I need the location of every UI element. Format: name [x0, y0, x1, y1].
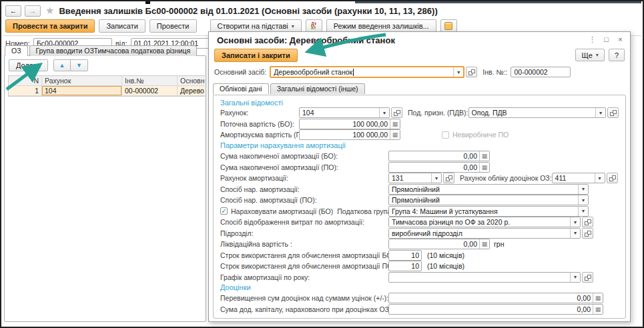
- open-schedule-button[interactable]: [582, 272, 593, 283]
- expense-method-input[interactable]: Тимчасова різниця по ОФ за 2020 р.▾: [388, 217, 581, 227]
- dropdown-button[interactable]: ▾: [570, 229, 580, 238]
- favorite-star-icon[interactable]: ★: [45, 5, 54, 17]
- post-button[interactable]: Провести: [149, 19, 197, 33]
- col-header-n[interactable]: N: [9, 76, 42, 86]
- table-row[interactable]: 1 104 00-000002 Дерево: [9, 86, 205, 96]
- dropdown-button[interactable]: ▾: [595, 108, 605, 117]
- col-header-asset[interactable]: Основн: [178, 76, 205, 86]
- card-icon: [444, 22, 452, 30]
- amort-account-row: Рахунок амортизації: 131▾ Рахунок обліку…: [220, 173, 619, 183]
- department-row: Підрозділ: виробничий підрозділ▾: [220, 228, 619, 239]
- dialog-tab-strip: Облікові дані Загальні відомості (інше): [213, 83, 366, 94]
- balance-entry-mode-button[interactable]: Режим введення залишків...: [326, 19, 436, 33]
- liquidation-input[interactable]: 0,00▦: [388, 239, 490, 249]
- forward-arrow-icon: →: [29, 7, 37, 15]
- calculator-icon[interactable]: ▦: [479, 239, 489, 249]
- calculator-icon[interactable]: ▦: [390, 119, 400, 129]
- term-po-input[interactable]: 10: [388, 261, 422, 271]
- create-based-on-button[interactable]: Створити на підставі▾: [210, 19, 302, 33]
- open-account-button[interactable]: [391, 107, 402, 118]
- account-input[interactable]: 104▾: [299, 107, 390, 118]
- calculator-icon[interactable]: ▦: [479, 163, 489, 172]
- current-value-input[interactable]: 100 000,00▦: [299, 119, 400, 129]
- vat-label: Под. призн. (ПДВ):: [408, 109, 468, 117]
- dropdown-button[interactable]: ▾: [379, 108, 389, 117]
- dropdown-button[interactable]: ▾: [578, 195, 588, 205]
- open-vat-button[interactable]: [607, 107, 619, 118]
- accum-po-input[interactable]: 0,00▦: [388, 162, 490, 173]
- dialog-menu-button[interactable]: ⋮: [587, 34, 598, 45]
- open-asset-button[interactable]: [466, 67, 477, 77]
- nav-forward-button[interactable]: →: [25, 5, 41, 17]
- account-label: Рахунок:: [220, 109, 299, 117]
- accum-bo-input[interactable]: 0,00▦: [388, 151, 490, 161]
- calculator-icon[interactable]: ▦: [390, 130, 400, 139]
- schedule-input[interactable]: ▾: [388, 272, 581, 283]
- save-button[interactable]: Записати: [99, 19, 145, 33]
- cell-n[interactable]: 1: [9, 86, 42, 96]
- more-button[interactable]: Ще▾: [575, 49, 604, 61]
- help-button[interactable]: ?: [609, 49, 625, 61]
- chevron-down-icon: ▾: [596, 52, 599, 58]
- document-title: Введення залишків Бс00-000002 від 01.01.…: [59, 6, 437, 16]
- app-window: ← → ★ Введення залишків Бс00-000002 від …: [0, 0, 644, 328]
- vat-input[interactable]: Опод. ПДВ▾: [468, 107, 606, 118]
- show-postings-button[interactable]: ДтКт: [306, 19, 322, 33]
- excess-label: Перевищення сум дооцінок над сумами уцін…: [220, 294, 388, 302]
- close-button[interactable]: ×: [615, 34, 626, 45]
- save-and-close-button[interactable]: Записати і закрити: [214, 49, 298, 62]
- nav-back-button[interactable]: ←: [5, 5, 21, 17]
- dropdown-button[interactable]: ▾: [431, 173, 441, 183]
- term-bo-input[interactable]: 10: [388, 250, 422, 261]
- post-and-close-button[interactable]: Провести та закрити: [5, 19, 95, 33]
- revaluation-account-input[interactable]: 411▾: [552, 173, 605, 183]
- calculator-icon[interactable]: ▦: [593, 293, 603, 303]
- inv-number-input[interactable]: 00-000002: [511, 67, 571, 77]
- col-header-account[interactable]: Рахунок: [42, 76, 122, 86]
- cell-inv[interactable]: 00-000002: [122, 86, 178, 96]
- dropdown-button[interactable]: ▾: [570, 273, 580, 282]
- tab-accounting-data[interactable]: Облікові дані: [213, 83, 269, 94]
- cell-account[interactable]: 104: [42, 86, 122, 96]
- dropdown-button[interactable]: ▾: [578, 207, 588, 216]
- tax-group-select[interactable]: Група 4: Машини й устаткування▾: [388, 206, 589, 217]
- tab-general-info[interactable]: Загальні відомості (інше): [270, 83, 365, 94]
- add-capital-input[interactable]: 0,00▦: [388, 304, 603, 315]
- screenshot-crop-band: [355, 1, 641, 3]
- col-header-inv[interactable]: Інв.№: [122, 76, 178, 86]
- move-up-button[interactable]: ▲: [53, 59, 71, 71]
- department-input[interactable]: виробничий підрозділ▾: [388, 228, 581, 239]
- tab-oz[interactable]: ОЗ: [5, 45, 28, 56]
- tab-group-temporary-difference[interactable]: Група вводити ОЗТимчасова податкова різн…: [29, 45, 198, 56]
- add-row-button[interactable]: Додати: [9, 59, 48, 71]
- asset-name-input[interactable]: Деревообробний станок ▾: [270, 66, 464, 78]
- move-down-button[interactable]: ▼: [71, 59, 88, 71]
- dropdown-button[interactable]: ▾: [595, 173, 605, 183]
- accrue-amortization-checkbox[interactable]: ✓: [220, 207, 228, 215]
- open-expense-method-button[interactable]: [582, 217, 593, 227]
- method-po-select[interactable]: Прямолінійний▾: [388, 195, 589, 205]
- maximize-button[interactable]: □: [601, 34, 612, 45]
- calculator-icon[interactable]: ▦: [479, 151, 489, 161]
- dropdown-button[interactable]: ▾: [570, 217, 580, 227]
- open-department-button[interactable]: [582, 228, 593, 239]
- chevron-down-icon: ▾: [292, 23, 294, 29]
- assets-list-panel: Додати ▲ ▼ N Рахунок Інв.№ Основн 1 104 …: [4, 55, 206, 322]
- register-card-button[interactable]: [440, 19, 457, 33]
- calculator-icon[interactable]: ▦: [593, 305, 603, 314]
- excess-input[interactable]: 0,00▦: [388, 293, 603, 303]
- dropdown-button[interactable]: ▾: [578, 185, 588, 194]
- cell-asset[interactable]: Дерево: [178, 86, 205, 96]
- method-bo-select[interactable]: Прямолінійний▾: [388, 184, 589, 195]
- amortizable-value-input[interactable]: 100 000,00▦: [299, 129, 400, 140]
- dialog-window-controls: ⋮ □ ×: [587, 34, 626, 45]
- dropdown-button[interactable]: ▾: [453, 67, 463, 77]
- method-po-row: Спосіб нар. амортизації (ПО): Прямоліній…: [220, 195, 619, 205]
- amort-account-input[interactable]: 131▾: [388, 173, 442, 183]
- open-amort-account-button[interactable]: [443, 173, 454, 183]
- method-bo-row: Спосіб нар. амортизації: Прямолінійний▾: [220, 184, 619, 195]
- open-revaluation-account-button[interactable]: [607, 173, 618, 183]
- currency-unit: грн: [494, 240, 504, 248]
- nonproduction-checkbox[interactable]: [442, 131, 449, 139]
- current-value-row: Поточна вартість (БО): 100 000,00▦: [220, 119, 619, 129]
